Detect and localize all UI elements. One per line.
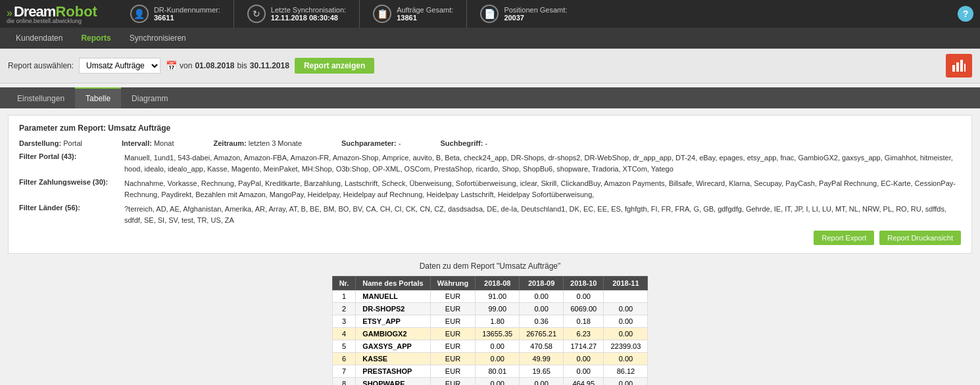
cell-portal: GAMBIOGX2 <box>356 328 430 340</box>
zeitraum-item: Zeitraum: letzten 3 Monate <box>214 139 303 147</box>
report-show-button[interactable]: Report anzeigen <box>295 58 374 74</box>
chart-icon-button[interactable] <box>946 54 972 78</box>
nav-reports[interactable]: Reports <box>72 30 120 47</box>
suchparameter-label: Suchparameter: <box>341 139 397 147</box>
positionen-label: Positionen Gesamt: <box>504 6 567 14</box>
cell-m3: 6069.00 <box>564 303 604 315</box>
cell-nr: 3 <box>332 315 356 328</box>
cell-m4: 0.00 <box>604 328 648 340</box>
params-box: Parameter zum Report: Umsatz Aufträge Da… <box>8 115 972 254</box>
cell-m1: 91.00 <box>476 290 520 303</box>
cell-nr: 6 <box>332 353 356 365</box>
cell-m1: 0.00 <box>476 340 520 353</box>
cell-m1: 80.01 <box>476 365 520 378</box>
cell-m2: 0.00 <box>520 378 564 386</box>
date-to: 30.11.2018 <box>250 61 289 70</box>
cell-portal: GAXSYS_APP <box>356 340 430 353</box>
report-export-button[interactable]: Report Export <box>814 231 874 245</box>
cell-portal: KASSE <box>356 353 430 365</box>
table-row: 7 PRESTASHOP EUR 80.01 19.65 0.00 86.12 <box>332 365 648 378</box>
cell-m3: 0.00 <box>564 290 604 303</box>
header-auftraege: 📋 Aufträge Gesamt: 13861 <box>360 0 467 28</box>
cell-portal: SHOPWARE <box>356 378 430 386</box>
cell-portal: ETSY_APP <box>356 315 430 328</box>
cell-m1: 0.00 <box>476 378 520 386</box>
main-nav: Kundendaten Reports Synchronisieren <box>0 28 980 49</box>
intervall-value: Monat <box>154 139 174 147</box>
nav-synchronisieren[interactable]: Synchronisieren <box>120 30 195 47</box>
cell-m1: 0.00 <box>476 353 520 365</box>
cell-m1: 99.00 <box>476 303 520 315</box>
sync-icon: ↻ <box>247 5 266 23</box>
tab-einstellungen[interactable]: Einstellungen <box>7 87 75 108</box>
logo-arrows-icon: » <box>7 7 12 18</box>
table-row: 2 DR-SHOPS2 EUR 99.00 0.00 6069.00 0.00 <box>332 303 648 315</box>
cell-portal: MANUELL <box>356 290 430 303</box>
table-title: Daten zu dem Report "Umsatz Aufträge" <box>420 261 561 271</box>
cell-m3: 0.00 <box>564 365 604 378</box>
table-section: Daten zu dem Report "Umsatz Aufträge" Nr… <box>8 261 972 385</box>
table-row: 3 ETSY_APP EUR 1.80 0.36 0.18 0.00 <box>332 315 648 328</box>
table-row: 5 GAXSYS_APP EUR 0.00 470.58 1714.27 223… <box>332 340 648 353</box>
date-von: von <box>180 61 192 70</box>
svg-rect-2 <box>960 60 963 72</box>
darstellung-label: Darstellung: <box>19 139 61 147</box>
cell-waehrung: EUR <box>430 340 476 353</box>
report-select-label: Report auswählen: <box>8 61 74 70</box>
cell-waehrung: EUR <box>430 353 476 365</box>
sync-label: Letzte Synchronisation: <box>271 6 346 14</box>
cell-m2: 0.00 <box>520 303 564 315</box>
cell-nr: 5 <box>332 340 356 353</box>
calendar-icon: 📅 <box>166 60 177 71</box>
cell-m2: 0.00 <box>520 290 564 303</box>
cell-m4: 86.12 <box>604 365 648 378</box>
intervall-label: Intervall: <box>122 139 152 147</box>
cell-waehrung: EUR <box>430 315 476 328</box>
help-button[interactable]: ? <box>958 6 973 22</box>
cell-m4: 0.00 <box>604 303 648 315</box>
cell-nr: 2 <box>332 303 356 315</box>
suchbegriff-value: - <box>485 139 487 147</box>
auftraege-label: Aufträge Gesamt: <box>397 6 453 14</box>
cell-m2: 0.36 <box>520 315 564 328</box>
col-waehrung: Währung <box>430 277 476 290</box>
filter-laender-row: Filter Länder (56): ?terreich, AD, AE, A… <box>19 204 961 225</box>
table-row: 8 SHOPWARE EUR 0.00 0.00 464.95 0.00 <box>332 378 648 386</box>
cell-waehrung: EUR <box>430 290 476 303</box>
cell-m1: 1.80 <box>476 315 520 328</box>
cell-m2: 49.99 <box>520 353 564 365</box>
suchparameter-value: - <box>399 139 401 147</box>
cell-nr: 8 <box>332 378 356 386</box>
user-icon: 👤 <box>130 5 149 23</box>
tab-tabelle[interactable]: Tabelle <box>75 87 121 108</box>
filter-portal-label: Filter Portal (43): <box>19 152 124 174</box>
table-row: 6 KASSE EUR 0.00 49.99 0.00 0.00 <box>332 353 648 365</box>
orders-icon: 📋 <box>373 5 391 23</box>
col-2018-09: 2018-09 <box>520 277 564 290</box>
cell-m2: 19.65 <box>520 365 564 378</box>
tabs: Einstellungen Tabelle Diagramm <box>0 87 980 108</box>
cell-m4: 0.00 <box>604 315 648 328</box>
cell-waehrung: EUR <box>430 378 476 386</box>
col-nr: Nr. <box>332 277 356 290</box>
nav-kundendaten[interactable]: Kundendaten <box>7 30 72 47</box>
cell-nr: 4 <box>332 328 356 340</box>
cell-portal: PRESTASHOP <box>356 365 430 378</box>
header: »DreamRobot die online.bestell.abwicklun… <box>0 0 980 28</box>
cell-m1: 13655.35 <box>476 328 520 340</box>
table-row: 4 GAMBIOGX2 EUR 13655.35 26765.21 6.23 0… <box>332 328 648 340</box>
tab-diagramm[interactable]: Diagramm <box>121 87 178 108</box>
report-select[interactable]: Umsatz Aufträge <box>79 58 160 74</box>
cell-m3: 464.95 <box>564 378 604 386</box>
date-separator: bis <box>237 61 247 70</box>
col-portal: Name des Portals <box>356 277 430 290</box>
positions-icon: 📄 <box>480 5 499 23</box>
data-table: Nr. Name des Portals Währung 2018-08 201… <box>332 276 649 385</box>
filter-portal-row: Filter Portal (43): Manuell, 1und1, 543-… <box>19 152 961 174</box>
cell-waehrung: EUR <box>430 365 476 378</box>
cell-m3: 0.18 <box>564 315 604 328</box>
filter-laender-label: Filter Länder (56): <box>19 204 124 225</box>
report-print-button[interactable]: Report Druckansicht <box>879 231 961 245</box>
col-2018-08: 2018-08 <box>476 277 520 290</box>
filter-laender-value: ?terreich, AD, AE, Afghanistan, Amerika,… <box>124 204 961 225</box>
